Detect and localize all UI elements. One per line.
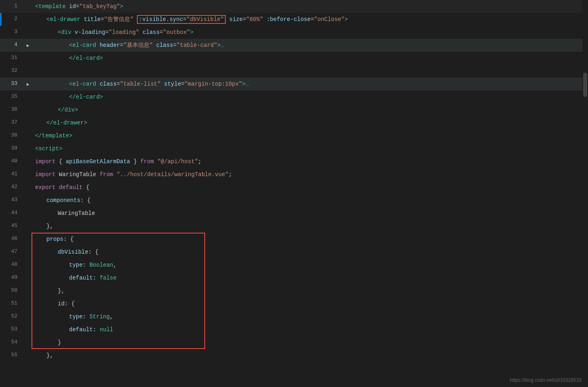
fold-arrow: [24, 349, 32, 362]
line-number: 33: [2, 78, 24, 90]
line-content: import WaringTable from "../host/details…: [32, 168, 588, 181]
code-line: 49default: false: [0, 271, 588, 284]
fold-arrow: [24, 259, 32, 271]
line-content: props: {: [32, 233, 588, 246]
line-number: 38: [2, 129, 24, 142]
code-line: 47dbVisible: {: [0, 246, 588, 259]
line-content: type: String,: [32, 310, 588, 323]
line-number: 36: [2, 103, 24, 116]
code-line: 4▶<el-card header="基本信息" class="table-ca…: [0, 39, 588, 52]
line-content: </template>: [32, 129, 588, 142]
fold-arrow: [24, 90, 32, 103]
code-line: 38</template>: [0, 129, 588, 142]
line-content: </el-card>: [32, 90, 588, 103]
line-content: </div>: [32, 103, 588, 116]
line-number: 41: [2, 168, 24, 181]
line-content: components: {: [32, 194, 588, 207]
line-content: <script>: [32, 142, 588, 155]
fold-arrow: [24, 142, 32, 155]
fold-arrow: [24, 297, 32, 310]
line-number: 43: [2, 194, 24, 207]
fold-arrow: [24, 220, 32, 233]
line-content: [32, 65, 588, 78]
code-line: 3<div v-loading="loading" class="outbox"…: [0, 26, 588, 39]
fold-arrow: [24, 207, 32, 220]
line-content: <el-card class="table-list" style="margi…: [32, 78, 588, 90]
fold-arrow: [24, 284, 32, 297]
line-content: default: false: [32, 271, 588, 284]
line-content: },: [32, 220, 588, 233]
code-line: 41import WaringTable from "../host/detai…: [0, 168, 588, 181]
line-number: 1: [2, 0, 24, 13]
line-number: 2: [2, 13, 24, 26]
fold-arrow: [24, 194, 32, 207]
line-content: <div v-loading="loading" class="outbox">: [32, 26, 588, 39]
line-number: 31: [2, 52, 24, 65]
code-line: 44WaringTable: [0, 207, 588, 220]
line-content: import { apiBaseGetAlarmData } from "@/a…: [32, 155, 588, 168]
line-content: </el-card>: [32, 52, 588, 65]
line-content: default: null: [32, 323, 588, 336]
watermark: https://blog.csdn.net/u010328533: [510, 377, 582, 383]
code-line: 53default: null: [0, 323, 588, 336]
code-line: 2<el-drawer title="告警信息" :visible.sync="…: [0, 13, 588, 26]
code-line: 40import { apiBaseGetAlarmData } from "@…: [0, 155, 588, 168]
fold-arrow: [24, 116, 32, 129]
fold-arrow[interactable]: ▶: [24, 39, 32, 52]
code-line: 45},: [0, 220, 588, 233]
fold-arrow: [24, 181, 32, 194]
line-number: 52: [2, 310, 24, 323]
line-number: 40: [2, 155, 24, 168]
line-number: 47: [2, 246, 24, 259]
line-number: 39: [2, 142, 24, 155]
line-number: 55: [2, 349, 24, 362]
fold-arrow: [24, 52, 32, 65]
fold-arrow: [24, 233, 32, 246]
line-number: 54: [2, 336, 24, 349]
line-content: },: [32, 284, 588, 297]
code-line: 55},: [0, 349, 588, 362]
code-line: 39<script>: [0, 142, 588, 155]
line-number: 51: [2, 297, 24, 310]
line-content: }: [32, 336, 588, 349]
fold-arrow: [24, 323, 32, 336]
fold-arrow: [24, 65, 32, 78]
code-line: 1<template id="tab_keyTag">: [0, 0, 588, 13]
code-line: 43components: {: [0, 194, 588, 207]
line-content: },: [32, 349, 588, 362]
fold-arrow: [24, 129, 32, 142]
fold-arrow: [24, 336, 32, 349]
line-content: id: {: [32, 297, 588, 310]
scrollbar-thumb[interactable]: [583, 73, 587, 97]
fold-arrow: [24, 26, 32, 39]
fold-arrow: [24, 155, 32, 168]
code-line: 52type: String,: [0, 310, 588, 323]
code-line: 35</el-card>: [0, 90, 588, 103]
code-line: 54}: [0, 336, 588, 349]
line-number: 42: [2, 181, 24, 194]
line-number: 46: [2, 233, 24, 246]
line-content: export default {: [32, 181, 588, 194]
line-content: </el-drawer>: [32, 116, 588, 129]
line-number: 50: [2, 284, 24, 297]
line-content: dbVisible: {: [32, 246, 588, 259]
code-line: 33▶<el-card class="table-list" style="ma…: [0, 78, 588, 90]
code-line: 51id: {: [0, 297, 588, 310]
fold-arrow: [24, 103, 32, 116]
code-line: 37</el-drawer>: [0, 116, 588, 129]
code-line: 42export default {: [0, 181, 588, 194]
code-line: 31</el-card>: [0, 52, 588, 65]
line-number: 48: [2, 259, 24, 271]
line-content: type: Boolean,: [32, 259, 588, 271]
scrollbar[interactable]: [582, 0, 588, 387]
fold-arrow: [24, 13, 32, 26]
code-editor: 1<template id="tab_keyTag">2<el-drawer t…: [0, 0, 588, 387]
line-number: 3: [2, 26, 24, 39]
line-number: 37: [2, 116, 24, 129]
line-number: 4: [2, 39, 24, 52]
line-content: <template id="tab_keyTag">: [32, 0, 588, 13]
line-content: WaringTable: [32, 207, 588, 220]
line-number: 35: [2, 90, 24, 103]
fold-arrow: [24, 168, 32, 181]
fold-arrow[interactable]: ▶: [24, 78, 32, 90]
